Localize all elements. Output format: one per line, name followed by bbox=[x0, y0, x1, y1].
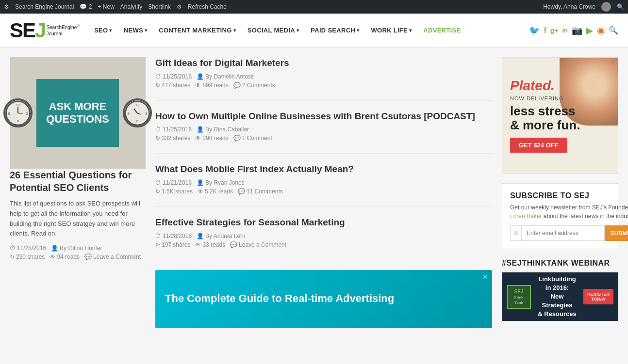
webinar-image: SEJthinkTank Linkbuilding in 2016:New St… bbox=[502, 272, 618, 321]
share-icon-3 bbox=[155, 241, 160, 248]
clock-icon-2 bbox=[155, 179, 161, 186]
svg-text:9: 9 bbox=[127, 111, 129, 115]
youtube-icon[interactable]: ▶ bbox=[586, 25, 593, 36]
article-meta-1-stats: 332 shares 298 reads 1 Comment bbox=[155, 135, 492, 142]
search-admin-icon[interactable]: 🔍 bbox=[617, 3, 624, 10]
analytify-button[interactable]: Analytify bbox=[120, 3, 142, 10]
nav-item-advertise[interactable]: ADVERTISE bbox=[418, 23, 465, 38]
user-icon-0 bbox=[197, 73, 204, 80]
subscribe-desc: Get our weekly newsletter from SEJ's Fou… bbox=[510, 203, 628, 221]
instagram-icon[interactable]: 📷 bbox=[572, 25, 582, 36]
article-item-3: Effective Strategies for Seasonal Market… bbox=[155, 217, 492, 260]
article-meta-2-date: 11/21/2016 By Ryan Jones bbox=[155, 179, 492, 186]
subscribe-submit-button[interactable]: SUBMIT bbox=[605, 225, 628, 241]
svg-text:3: 3 bbox=[145, 111, 147, 115]
eye-icon-1 bbox=[195, 135, 201, 142]
user-avatar bbox=[601, 2, 611, 12]
subscribe-text: SUBSCRIBE TO SEJ Get our weekly newslett… bbox=[510, 191, 628, 241]
shortlink-button[interactable]: Shortlink bbox=[148, 3, 171, 10]
page-wrap: 12 6 9 3 ASK MORE QUESTIONS 12 6 9 3 bbox=[0, 47, 628, 328]
ad-plated: ✕ Plated. NOW DELIVERING less stress& mo… bbox=[502, 57, 618, 174]
plugin-icon[interactable]: ⚙ bbox=[177, 3, 182, 10]
featured-title[interactable]: 26 Essential Questions for Potential SEO… bbox=[10, 169, 146, 194]
logo[interactable]: SEJ SearchEngine®Journal bbox=[10, 20, 80, 41]
clock-icon-1 bbox=[155, 126, 161, 133]
svg-text:12: 12 bbox=[16, 102, 20, 107]
eye-icon-0 bbox=[195, 82, 201, 89]
wp-icon[interactable]: ⚙ bbox=[4, 3, 9, 10]
ad-mid: ✕ The Complete Guide to Real-time Advert… bbox=[155, 270, 492, 328]
eye-icon-3 bbox=[195, 241, 201, 248]
register-button[interactable]: REGISTERTODAY bbox=[583, 289, 613, 304]
svg-text:3: 3 bbox=[26, 111, 28, 115]
svg-text:12: 12 bbox=[135, 102, 139, 107]
nav-social-icons: 🐦 f g+ in 📷 ▶ ◉ 🔍 bbox=[529, 25, 618, 36]
logo-subtitle: SearchEngine®Journal bbox=[46, 24, 80, 37]
twitter-icon[interactable]: 🐦 bbox=[529, 25, 540, 36]
new-button[interactable]: + New bbox=[98, 3, 114, 10]
subscribe-form: ✉ SUBMIT bbox=[510, 225, 628, 241]
article-title-0[interactable]: Gift Ideas for Digital Marketers bbox=[155, 57, 492, 69]
ad-plated-cta[interactable]: GET $24 OFF bbox=[510, 138, 567, 153]
webinar-section: #SEJTHINKTANK WEBINAR SEJthinkTank Linkb… bbox=[502, 259, 618, 321]
article-title-3[interactable]: Effective Strategies for Seasonal Market… bbox=[155, 217, 492, 229]
subscribe-title: SUBSCRIBE TO SEJ bbox=[510, 191, 628, 200]
article-title-2[interactable]: What Does Mobile First Index Actually Me… bbox=[155, 163, 492, 175]
comment-icon bbox=[84, 253, 92, 260]
eye-icon-2 bbox=[198, 188, 203, 195]
ad-mid-text: The Complete Guide to Real-time Advertis… bbox=[165, 292, 394, 306]
share-icon bbox=[10, 253, 15, 260]
comment-icon-0 bbox=[233, 82, 241, 89]
svg-text:6: 6 bbox=[136, 118, 138, 123]
nav-item-news[interactable]: NEWS ▾ bbox=[119, 23, 152, 38]
user-icon-1 bbox=[197, 126, 204, 133]
nav-item-content-marketing[interactable]: CONTENT MARKETING ▾ bbox=[154, 23, 241, 38]
googleplus-icon[interactable]: g+ bbox=[550, 27, 559, 34]
admin-bar: ⚙ Search Engine Journal 💬 2 + New Analyt… bbox=[0, 0, 628, 14]
howdy-text: Howdy, Anna Crowe bbox=[543, 3, 595, 10]
clock-icon-0 bbox=[155, 73, 161, 80]
subscribe-box: SUBSCRIBE TO SEJ Get our weekly newslett… bbox=[502, 183, 618, 249]
nav-item-work-life[interactable]: WORK LIFE ▾ bbox=[366, 23, 416, 38]
ad-close-icon[interactable]: ✕ bbox=[482, 273, 488, 281]
comment-icon-3 bbox=[230, 241, 237, 248]
facebook-icon[interactable]: f bbox=[544, 26, 546, 35]
user-icon-2 bbox=[197, 179, 204, 186]
nav-items: SEO ▾ NEWS ▾ CONTENT MARKETING ▾ SOCIAL … bbox=[89, 23, 529, 38]
featured-excerpt: This list of questions to ask SEO prospe… bbox=[10, 199, 146, 239]
featured-image: 12 6 9 3 ASK MORE QUESTIONS 12 6 9 3 bbox=[10, 57, 146, 169]
search-icon[interactable]: 🔍 bbox=[609, 26, 618, 35]
clock-icon bbox=[10, 245, 16, 252]
article-item-1: How to Own Multiple Online Businesses wi… bbox=[155, 111, 492, 154]
site-name[interactable]: Search Engine Journal bbox=[15, 3, 74, 10]
comment-icon-1 bbox=[233, 135, 241, 142]
comment-icon-2 bbox=[238, 188, 245, 195]
clock-icon-3 bbox=[155, 233, 161, 239]
nav-item-paid-search[interactable]: PAID SEARCH ▾ bbox=[306, 23, 364, 38]
refresh-cache-button[interactable]: Refresh Cache bbox=[188, 3, 227, 10]
share-icon-1 bbox=[155, 135, 160, 142]
webinar-title: #SEJTHINKTANK WEBINAR bbox=[502, 259, 618, 268]
comments-icon[interactable]: 💬 2 bbox=[80, 3, 92, 10]
svg-text:6: 6 bbox=[17, 118, 19, 123]
share-icon-0 bbox=[155, 82, 160, 89]
ad-plated-sub: NOW DELIVERING bbox=[510, 95, 610, 101]
right-column: ✕ Plated. NOW DELIVERING less stress& mo… bbox=[502, 57, 618, 328]
subscribe-link[interactable]: Loren Baker bbox=[510, 213, 542, 220]
ask-more-questions-sign: ASK MORE QUESTIONS bbox=[36, 79, 119, 147]
linkedin-icon[interactable]: in bbox=[562, 27, 568, 34]
user-icon bbox=[51, 245, 58, 252]
nav-item-seo[interactable]: SEO ▾ bbox=[89, 23, 117, 38]
article-item-0: Gift Ideas for Digital Marketers 11/25/2… bbox=[155, 57, 492, 101]
article-meta-2-stats: 1.5K shares 5.2K reads 11 Comments bbox=[155, 188, 492, 195]
mid-column: Gift Ideas for Digital Marketers 11/25/2… bbox=[155, 57, 492, 328]
rss-icon[interactable]: ◉ bbox=[597, 25, 605, 36]
eye-icon bbox=[50, 253, 55, 260]
left-column: 12 6 9 3 ASK MORE QUESTIONS 12 6 9 3 bbox=[10, 57, 146, 328]
clock-right: 12 6 9 3 bbox=[123, 98, 152, 127]
article-title-1[interactable]: How to Own Multiple Online Businesses wi… bbox=[155, 111, 492, 123]
nav-item-social-media[interactable]: SOCIAL MEDIA ▾ bbox=[243, 23, 304, 38]
article-item-2: What Does Mobile First Index Actually Me… bbox=[155, 163, 492, 207]
article-meta-0-date: 11/25/2016 By Danielle Antosz bbox=[155, 73, 492, 80]
subscribe-email-input[interactable] bbox=[521, 225, 605, 241]
